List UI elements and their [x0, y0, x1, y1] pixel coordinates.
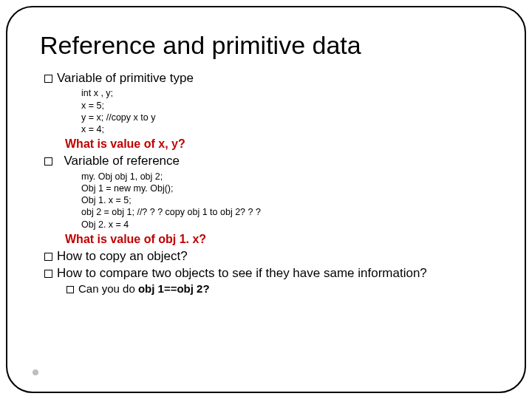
bullet-equality-check: Can you do obj 1==obj 2? — [66, 282, 492, 296]
checkbox-icon — [66, 286, 74, 293]
slide-content: Variable of primitive type int x , y; x … — [40, 70, 492, 296]
code-reference: my. Obj obj 1, obj 2; Obj 1 = new my. Ob… — [81, 171, 492, 231]
bullet-compare-objects: How to compare two objects to see if the… — [44, 265, 492, 281]
bullet-label: How to compare two objects to see if the… — [57, 266, 427, 280]
checkbox-icon — [44, 157, 52, 166]
bullet-label: How to copy an object? — [57, 249, 188, 263]
checkbox-icon — [44, 75, 52, 83]
bullet-bold: obj 1==obj 2? — [138, 282, 210, 295]
code-primitive: int x , y; x = 5; y = x; //copy x to y x… — [81, 87, 492, 135]
checkbox-icon — [44, 270, 52, 278]
bullet-prefix: Can you do — [78, 282, 138, 295]
page-indicator-icon — [33, 369, 38, 375]
bullet-copy-object: How to copy an object? — [44, 248, 492, 264]
slide-title: Reference and primitive data — [40, 31, 492, 60]
checkbox-icon — [44, 253, 52, 261]
slide-frame: Reference and primitive data Variable of… — [6, 6, 526, 393]
bullet-primitive-type: Variable of primitive type — [44, 70, 492, 86]
bullet-reference-type: Variable of reference — [44, 153, 492, 168]
question-reference: What is value of obj 1. x? — [65, 232, 492, 247]
bullet-label: Variable of primitive type — [57, 71, 194, 85]
question-primitive: What is value of x, y? — [65, 137, 492, 151]
bullet-label: Variable of reference — [64, 154, 180, 168]
